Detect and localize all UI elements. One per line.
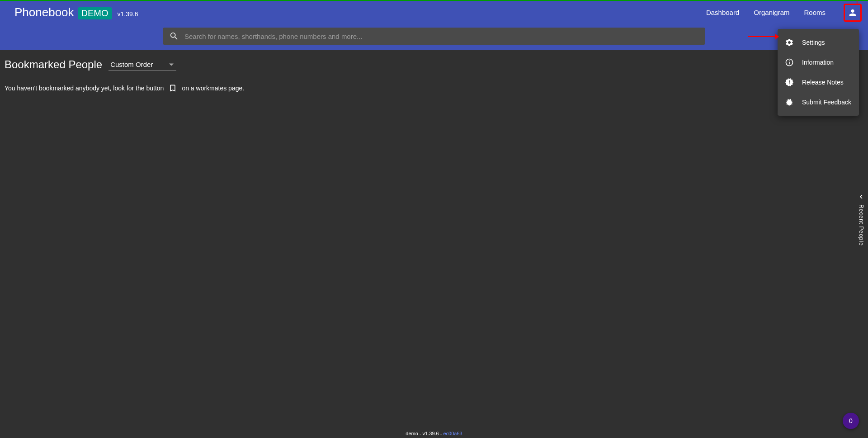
annotation-arrow (748, 36, 775, 37)
nav-organigram[interactable]: Organigram (752, 5, 791, 20)
new-releases-icon (785, 78, 794, 87)
menu-item-settings[interactable]: Settings (778, 33, 859, 52)
nav-rooms[interactable]: Rooms (802, 5, 827, 20)
menu-label: Release Notes (802, 79, 844, 86)
recent-people-tab[interactable]: Recent People (854, 188, 868, 250)
gear-icon (785, 38, 794, 47)
top-app-bar: Phonebook DEMO v1.39.6 Dashboard Organig… (0, 1, 868, 24)
empty-text-post: on a workmates page. (182, 85, 244, 92)
bookmark-outline-icon (168, 84, 177, 93)
footer-commit-link[interactable]: ec00a63 (443, 431, 462, 436)
app-title-group: Phonebook DEMO v1.39.6 (14, 5, 138, 19)
person-icon (848, 8, 858, 18)
nav-links: Dashboard Organigram Rooms । (704, 4, 862, 22)
search-icon (169, 31, 179, 41)
app-name: Phonebook (14, 5, 74, 19)
nav-dashboard[interactable]: Dashboard (704, 5, 741, 20)
sort-value: Custom Order (110, 61, 153, 68)
info-icon (785, 58, 794, 67)
chevron-left-icon (857, 193, 865, 201)
profile-dropdown-menu: Settings Information Release Notes Submi… (778, 29, 859, 116)
empty-text-pre: You haven't bookmarked anybody yet, look… (5, 85, 164, 92)
search-input[interactable] (184, 33, 699, 40)
search-field-wrap[interactable] (163, 28, 705, 45)
demo-badge: DEMO (78, 7, 112, 19)
footer: demo - v1.39.6 - ec00a63 (0, 429, 868, 438)
menu-item-submit-feedback[interactable]: Submit Feedback (778, 92, 859, 112)
section-title: Bookmarked People (5, 58, 102, 71)
section-header: Bookmarked People Custom Order (5, 58, 863, 71)
app-version: v1.39.6 (118, 10, 138, 18)
badge-count: 0 (849, 417, 853, 424)
search-bar-row (0, 24, 868, 50)
profile-menu-button[interactable]: । (844, 4, 862, 22)
menu-label: Submit Feedback (802, 99, 851, 106)
menu-label: Information (802, 59, 834, 66)
menu-item-information[interactable]: Information (778, 52, 859, 72)
notification-count-badge[interactable]: 0 (843, 413, 859, 429)
footer-text: demo - v1.39.6 - (406, 431, 443, 436)
empty-bookmark-message: You haven't bookmarked anybody yet, look… (5, 84, 863, 93)
bug-icon (785, 98, 794, 107)
annotation-highlight-marker: । (854, 0, 859, 6)
sort-order-select[interactable]: Custom Order (108, 59, 176, 71)
recent-people-label: Recent People (858, 204, 864, 246)
menu-item-release-notes[interactable]: Release Notes (778, 72, 859, 92)
main-content: Bookmarked People Custom Order You haven… (0, 50, 868, 101)
menu-label: Settings (802, 39, 825, 46)
